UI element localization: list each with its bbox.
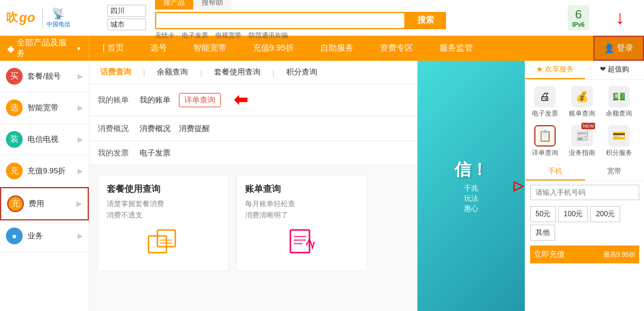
device-tab-phone[interactable]: 手机	[525, 163, 585, 181]
nav-xuanhao[interactable]: 选号	[137, 36, 180, 61]
nav-fuwu[interactable]: 服务监管	[426, 36, 486, 61]
card-taocanchayun: 套餐使用查询 清楚掌握套餐消费消费不透支	[98, 175, 229, 271]
chuigo-logo: 吹 go	[6, 10, 35, 26]
sidebar-item-dianxindianshi[interactable]: 装 电信电视 ▶	[0, 124, 89, 156]
card1-icon-area	[107, 227, 220, 262]
all-products-label: 全部产品及服务	[17, 38, 73, 59]
wodezhangdan-row: 我的账单 我的账单 详单查询 ⬅	[89, 84, 417, 116]
sidebar-item-zhihuikuandai[interactable]: 选 智能宽带 ▶	[0, 92, 89, 124]
left-arrow-icon: ⬅	[234, 90, 247, 110]
nav-login-button[interactable]: 👤 登录	[593, 36, 644, 61]
login-label: 登录	[617, 43, 633, 54]
link-xiaofeigaikuang[interactable]: 消费概况	[140, 123, 171, 134]
sidebar-arrow-5: ▶	[76, 200, 82, 208]
sidebar-arrow-1: ▶	[78, 72, 83, 80]
qs-yuechayu[interactable]: 💵 余额查询	[602, 83, 636, 120]
star-icon: ★	[536, 65, 543, 73]
sidebar-item-chongzhi[interactable]: 充 充值9.95折 ▶	[0, 156, 89, 187]
fapiao-label: 我的发票	[98, 148, 140, 158]
link-wodezhangdanitem[interactable]: 我的账单	[140, 95, 171, 105]
main-content: 买 套餐/靓号 ▶ 选 智能宽带 ▶ 装 电信电视 ▶ 充 充值9.95折 ▶ …	[0, 61, 644, 311]
card2-title: 账单查询	[245, 184, 358, 195]
city-select[interactable]: 城市	[107, 18, 146, 30]
card1-icon	[145, 227, 181, 262]
banner-sub3: 惠心	[464, 204, 478, 214]
sidebar-icon-fei: 充	[7, 195, 24, 212]
sidebar-arrow-3: ▶	[78, 135, 83, 144]
qs-icon-jifen: 💳	[608, 125, 630, 147]
search-tabs: 搜产品 搜帮助	[155, 0, 549, 10]
phone-input-row	[525, 181, 644, 204]
huafei-tabs: 话费查询 | 余额查询 | 套餐使用查询 | 积分查询	[89, 61, 417, 84]
search-tab-products[interactable]: 搜产品	[155, 0, 193, 10]
amount-other[interactable]: 其他	[530, 225, 555, 241]
qs-icon-xiangdan: 📋	[534, 125, 556, 147]
phone-input[interactable]	[530, 185, 639, 200]
sidebar-item-taocanlianghao[interactable]: 买 套餐/靓号 ▶	[0, 61, 89, 92]
qs-yewuzhihin[interactable]: 📰 NEW 业务指南	[565, 123, 599, 160]
center-panel: 话费查询 | 余额查询 | 套餐使用查询 | 积分查询 我的账单 我的账单 详单…	[89, 61, 417, 311]
qs-label-fapiao: 电子发票	[532, 109, 558, 118]
sidebar-icon-dianshi: 装	[6, 131, 23, 148]
qs-dianzifapiao[interactable]: 🖨 电子发票	[528, 83, 562, 120]
xiaofei-links: 消费概况 消费提醒	[140, 123, 210, 134]
wodezhangdan-label: 我的账单	[98, 95, 140, 105]
dropdown-icon: ▼	[76, 45, 82, 52]
ipv6-icon: 6	[575, 8, 581, 21]
amount-100[interactable]: 100元	[558, 206, 588, 222]
sidebar-label-dianshi: 电信电视	[27, 134, 78, 145]
nav-home[interactable]: | 首页	[89, 36, 137, 61]
charge-discount: 最高9.95折	[603, 250, 636, 259]
qs-label-yewuzhinan: 业务指南	[569, 148, 595, 157]
amount-50[interactable]: 50元	[530, 206, 556, 222]
charge-label: 立即充值	[534, 249, 565, 260]
right-panel: ★ 欢享服务 ❤ 超值购 🖨 电子发票 💰 账单查询 💵 余额查询	[525, 61, 644, 311]
person-icon: 👤	[604, 43, 614, 53]
location-area: 四川 城市	[107, 5, 149, 30]
telecom-logo: 📡 中国电信	[42, 7, 70, 29]
qs-xiangdanchayu[interactable]: 📋 详单查询	[528, 123, 562, 160]
qs-jifenfuwu[interactable]: 💳 积分服务	[602, 123, 636, 160]
link-xiaofeitixing[interactable]: 消费提醒	[179, 123, 210, 134]
sidebar-icon-taocan: 买	[6, 68, 23, 85]
tab-huafei-label: 话费查询	[98, 66, 134, 79]
qs-zhangdanchayu[interactable]: 💰 账单查询	[565, 83, 599, 120]
search-tab-help[interactable]: 搜帮助	[193, 0, 231, 10]
nav-zifei[interactable]: 资费专区	[367, 36, 426, 61]
device-tab-broadband[interactable]: 宽带	[585, 163, 645, 181]
nav-kuandai[interactable]: 智能宽带	[180, 36, 240, 61]
sidebar-arrow-6: ▶	[78, 232, 83, 240]
qs-icon-yewu: 📰 NEW	[571, 125, 593, 147]
huanxing-label: 欢享服务	[545, 65, 574, 73]
charge-button[interactable]: 立即充值 最高9.95折	[530, 245, 639, 263]
search-input[interactable]	[155, 12, 405, 29]
diamond-icon: ◆	[7, 43, 14, 54]
tab-chaozhi-gou[interactable]: ❤ 超值购	[585, 61, 645, 79]
sidebar-item-feiyong[interactable]: 充 费用 ▶	[0, 187, 89, 220]
link-dianzifapiao[interactable]: 电子发票	[140, 148, 171, 158]
search-row: 搜索	[155, 12, 549, 29]
sidebar-icon-yewu: ●	[6, 228, 23, 244]
banner-sub2: 玩法	[464, 194, 478, 204]
right-arrow-annotation: ▷	[513, 178, 524, 194]
tab-huanxing-fuwu[interactable]: ★ 欢享服务	[525, 61, 585, 79]
card2-svg	[286, 227, 318, 257]
tab-jifenchayu[interactable]: 积分查询	[284, 66, 320, 79]
tab-yuechaqun[interactable]: 余额查询	[154, 66, 190, 79]
tab-taocanchayu[interactable]: 套餐使用查询	[212, 66, 263, 79]
quick-services-grid: 🖨 电子发票 💰 账单查询 💵 余额查询 📋 详单查询 📰 NEW	[525, 80, 644, 163]
province-select[interactable]: 四川	[107, 5, 146, 17]
nav-bar: ◆ 全部产品及服务 ▼ | 首页 选号 智能宽带 充值9.95折 自助服务 资费…	[0, 36, 644, 61]
link-xiangdanchayu[interactable]: 详单查询	[179, 93, 221, 107]
search-button[interactable]: 搜索	[405, 12, 446, 29]
amount-200[interactable]: 200元	[590, 206, 620, 222]
nav-chongzhi[interactable]: 充值9.95折	[240, 36, 307, 61]
sidebar-label-taocan: 套餐/靓号	[27, 71, 78, 82]
sidebar-item-yewu[interactable]: ● 业务 ▶	[0, 220, 89, 252]
nav-zizhu[interactable]: 自助服务	[307, 36, 367, 61]
sidebar-icon-kuandai: 选	[6, 99, 23, 116]
new-badge: NEW	[581, 123, 595, 129]
device-tabs: 手机 宽带	[525, 163, 644, 181]
nav-all-products[interactable]: ◆ 全部产品及服务 ▼	[0, 36, 89, 61]
banner-sub1: 千兆	[464, 184, 478, 194]
